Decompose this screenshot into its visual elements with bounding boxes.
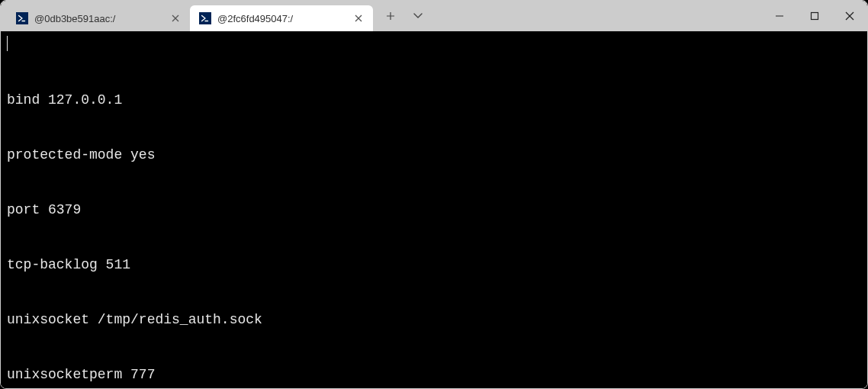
powershell-icon — [16, 12, 28, 24]
titlebar-drag-area[interactable] — [436, 1, 762, 31]
svg-rect-11 — [812, 13, 818, 20]
tab-dropdown-button[interactable] — [407, 5, 429, 27]
terminal-line: unixsocketperm 777 — [7, 365, 861, 384]
maximize-button[interactable] — [797, 1, 832, 31]
tab-strip: @0db3be591aac:/ @2fc6fd495047:/ — [1, 1, 373, 31]
window-controls — [762, 1, 867, 31]
new-tab-button[interactable] — [379, 5, 402, 27]
powershell-icon — [199, 12, 211, 24]
tab-title: @0db3be591aac:/ — [34, 13, 169, 24]
terminal-line: port 6379 — [7, 201, 861, 219]
text-cursor — [7, 36, 8, 51]
terminal-line: bind 127.0.0.1 — [7, 91, 861, 109]
terminal-line: protected-mode yes — [7, 146, 861, 164]
close-icon[interactable] — [169, 11, 182, 25]
terminal-line: tcp-backlog 511 — [7, 256, 861, 274]
titlebar: @0db3be591aac:/ @2fc6fd495047:/ — [1, 1, 867, 31]
terminal-line: unixsocket /tmp/redis_auth.sock — [7, 310, 861, 329]
tab-actions — [373, 1, 436, 31]
close-icon[interactable] — [352, 11, 365, 25]
tab-title: @2fc6fd495047:/ — [217, 13, 352, 24]
close-window-button[interactable] — [832, 1, 867, 31]
tab-1[interactable]: @0db3be591aac:/ — [7, 5, 190, 31]
tab-2[interactable]: @2fc6fd495047:/ — [190, 5, 373, 31]
terminal-viewport[interactable]: bind 127.0.0.1 protected-mode yes port 6… — [1, 31, 867, 389]
minimize-button[interactable] — [762, 1, 797, 31]
